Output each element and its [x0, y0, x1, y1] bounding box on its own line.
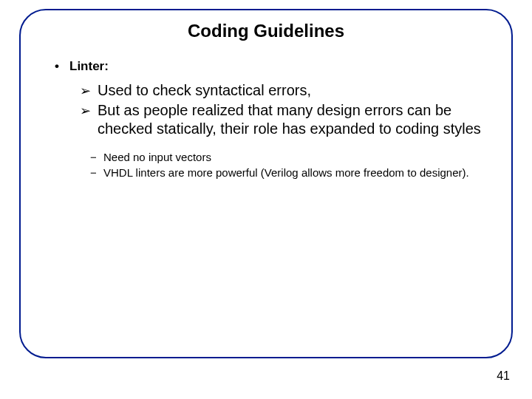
- list-item: − VHDL linters are more powerful (Verilo…: [90, 166, 494, 180]
- bullet-text: VHDL linters are more powerful (Verilog …: [103, 166, 469, 180]
- arrow-icon: ➢: [80, 83, 98, 100]
- bullet-level-1: • Linter:: [55, 59, 494, 74]
- dash-icon: −: [90, 150, 103, 165]
- bullet-text: But as people realized that many design …: [98, 101, 494, 138]
- bullet-text: Linter:: [69, 59, 109, 74]
- bullet-text: Used to check syntactical errors,: [98, 81, 311, 100]
- bullet-level-3: − Need no input vectors − VHDL linters a…: [90, 150, 494, 180]
- list-item: ➢ But as people realized that many desig…: [80, 101, 494, 138]
- list-item: • Linter:: [55, 59, 494, 74]
- bullet-text: Need no input vectors: [103, 150, 211, 165]
- dash-icon: −: [90, 166, 103, 180]
- page-number: 41: [497, 369, 510, 383]
- list-item: − Need no input vectors: [90, 150, 494, 165]
- slide-frame: Coding Guidelines • Linter: ➢ Used to ch…: [19, 9, 513, 358]
- bullet-level-2: ➢ Used to check syntactical errors, ➢ Bu…: [80, 81, 494, 138]
- arrow-icon: ➢: [80, 103, 98, 120]
- slide: Coding Guidelines • Linter: ➢ Used to ch…: [0, 0, 532, 399]
- bullet-icon: •: [55, 59, 69, 74]
- slide-title: Coding Guidelines: [38, 21, 494, 41]
- list-item: ➢ Used to check syntactical errors,: [80, 81, 494, 100]
